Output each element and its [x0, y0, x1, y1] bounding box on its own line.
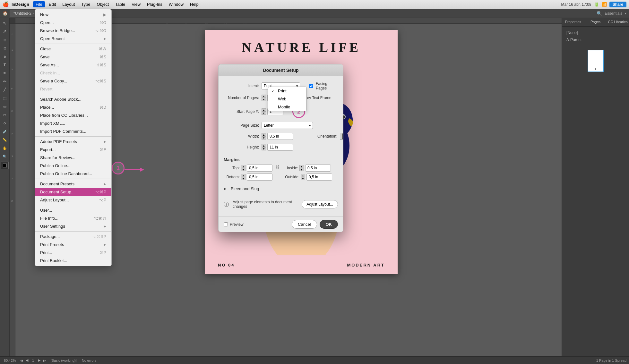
- intent-option-print[interactable]: ✓ Print: [268, 87, 306, 95]
- document-tab[interactable]: *Untitled-2 ×: [10, 10, 39, 17]
- rectangle-frame-tool[interactable]: ⬚: [1, 94, 9, 102]
- home-icon[interactable]: 🏠: [3, 11, 8, 16]
- nav-prev[interactable]: ◀: [26, 358, 28, 362]
- height-up[interactable]: ▲: [262, 144, 266, 147]
- menu-print[interactable]: Print... ⌘P: [35, 249, 111, 257]
- hand-tool[interactable]: ✋: [1, 144, 9, 152]
- bottom-input[interactable]: [247, 174, 272, 181]
- scissors-tool[interactable]: ✂: [1, 111, 9, 119]
- rectangle-tool[interactable]: ▭: [1, 103, 9, 110]
- gap-tool[interactable]: ⊡: [1, 44, 9, 52]
- menu-save-as[interactable]: Save As... ⇧⌘S: [35, 61, 111, 69]
- tab-close[interactable]: ×: [33, 12, 35, 15]
- page-size-select[interactable]: Letter A4 A3: [262, 122, 313, 129]
- outside-input[interactable]: [306, 174, 332, 181]
- outside-up[interactable]: ▲: [301, 174, 305, 177]
- zoom-level[interactable]: 60,42%: [3, 359, 17, 362]
- menu-open[interactable]: Open... ⌘O: [35, 19, 111, 27]
- width-input[interactable]: [267, 133, 293, 140]
- menu-browse-bridge[interactable]: Browse in Bridge... ⌥⌘O: [35, 27, 111, 35]
- search-icon[interactable]: 🔍: [597, 11, 602, 16]
- bottom-down[interactable]: ▼: [241, 177, 246, 180]
- menubar-view[interactable]: View: [129, 1, 143, 7]
- tab-cc-libraries[interactable]: CC Libraries: [607, 18, 629, 26]
- essentials-chevron[interactable]: ▾: [625, 12, 626, 15]
- menu-user-settings[interactable]: User Settings ▶: [35, 222, 111, 230]
- sidebar-none-label[interactable]: [None]: [564, 29, 626, 36]
- menu-publish-online[interactable]: Publish Online...: [35, 162, 111, 170]
- free-transform-tool[interactable]: ⟳: [1, 119, 9, 127]
- orientation-portrait[interactable]: [340, 133, 343, 140]
- inside-down[interactable]: ▼: [299, 168, 304, 171]
- inside-up[interactable]: ▲: [299, 165, 304, 168]
- menu-export[interactable]: Export... ⌘E: [35, 146, 111, 154]
- outside-down[interactable]: ▼: [301, 177, 305, 180]
- inside-input[interactable]: [305, 165, 331, 172]
- menu-file-info[interactable]: File Info... ⌥⌘⇧I: [35, 214, 111, 222]
- intent-option-web[interactable]: Web: [268, 95, 306, 103]
- direct-select-tool[interactable]: ↗: [1, 28, 9, 35]
- page-number[interactable]: 1: [31, 359, 35, 362]
- select-tool[interactable]: ↖: [1, 19, 9, 27]
- nav-next[interactable]: ▶: [38, 358, 40, 362]
- menu-doc-presets[interactable]: Document Presets ▶: [35, 180, 111, 188]
- apple-menu[interactable]: 🍎: [3, 1, 9, 7]
- adjust-layout-button[interactable]: Adjust Layout...: [302, 200, 338, 208]
- width-up[interactable]: ▲: [262, 133, 266, 136]
- start-page-down[interactable]: ▼: [262, 112, 266, 115]
- menubar-help[interactable]: Help: [187, 1, 201, 7]
- menubar-edit[interactable]: Edit: [46, 1, 58, 7]
- top-input[interactable]: [247, 165, 272, 172]
- fill-stroke[interactable]: [1, 162, 9, 169]
- height-down[interactable]: ▼: [262, 147, 266, 150]
- preview-checkbox[interactable]: [224, 222, 228, 226]
- menu-new[interactable]: New ▶: [35, 11, 111, 19]
- num-pages-down[interactable]: ▼: [262, 98, 266, 101]
- bleed-slug-arrow[interactable]: ▶: [224, 187, 226, 191]
- menu-share-review[interactable]: Share for Review...: [35, 154, 111, 162]
- menu-user[interactable]: User...: [35, 206, 111, 214]
- pen-tool[interactable]: ✒: [1, 69, 9, 77]
- menu-import-xml[interactable]: Import XML...: [35, 119, 111, 127]
- menu-print-booklet[interactable]: Print Booklet...: [35, 257, 111, 265]
- share-button[interactable]: Share: [609, 2, 626, 7]
- chain-icon[interactable]: ⛓: [275, 165, 280, 172]
- menubar-window[interactable]: Window: [166, 1, 186, 7]
- nav-first[interactable]: ⏮: [20, 359, 23, 362]
- intent-option-mobile[interactable]: Mobile: [268, 103, 306, 111]
- menu-pdf-presets[interactable]: Adobe PDF Presets ▶: [35, 138, 111, 146]
- top-down[interactable]: ▼: [241, 168, 246, 171]
- menubar-layout[interactable]: Layout: [60, 1, 77, 7]
- nav-last[interactable]: ⏭: [43, 359, 47, 362]
- line-tool[interactable]: ╱: [1, 86, 9, 94]
- layout-status[interactable]: [Basic (working)]: [49, 359, 78, 362]
- tab-properties[interactable]: Properties: [562, 18, 584, 26]
- menu-save-copy[interactable]: Save a Copy... ⌥⌘S: [35, 77, 111, 85]
- content-collector-tool[interactable]: ⊕: [1, 53, 9, 60]
- menu-adjust-layout[interactable]: Adjust Layout... ⌥P: [35, 196, 111, 204]
- pencil-tool[interactable]: ✏: [1, 78, 9, 85]
- tab-pages[interactable]: Pages: [584, 18, 607, 26]
- menu-close[interactable]: Close ⌘W: [35, 45, 111, 53]
- menu-search-stock[interactable]: Search Adobe Stock...: [35, 95, 111, 103]
- height-input[interactable]: [267, 144, 293, 151]
- app-name[interactable]: InDesign: [12, 2, 29, 7]
- menu-open-recent[interactable]: Open Recent ▶: [35, 35, 111, 43]
- menu-doc-setup[interactable]: Document Setup... ⌥⌘P: [35, 188, 111, 196]
- measure-tool[interactable]: 📏: [1, 136, 9, 144]
- menubar-plugins[interactable]: Plug-Ins: [144, 1, 165, 7]
- type-tool[interactable]: T: [1, 61, 9, 69]
- sidebar-a-parent-label[interactable]: A-Parent: [564, 36, 626, 43]
- bottom-up[interactable]: ▲: [241, 174, 246, 177]
- menu-place-cc[interactable]: Place from CC Libraries...: [35, 111, 111, 119]
- menu-import-pdf[interactable]: Import PDF Comments...: [35, 127, 111, 135]
- menu-publish-dashboard[interactable]: Publish Online Dashboard...: [35, 170, 111, 178]
- menu-package[interactable]: Package... ⌥⌘⇧P: [35, 233, 111, 241]
- menu-place[interactable]: Place... ⌘D: [35, 103, 111, 111]
- top-up[interactable]: ▲: [241, 165, 246, 168]
- eyedropper-tool[interactable]: 💉: [1, 128, 9, 135]
- menubar-table[interactable]: Table: [113, 1, 128, 7]
- menu-print-presets[interactable]: Print Presets ▶: [35, 241, 111, 249]
- menubar-file[interactable]: File: [33, 1, 45, 7]
- menu-save[interactable]: Save ⌘S: [35, 53, 111, 61]
